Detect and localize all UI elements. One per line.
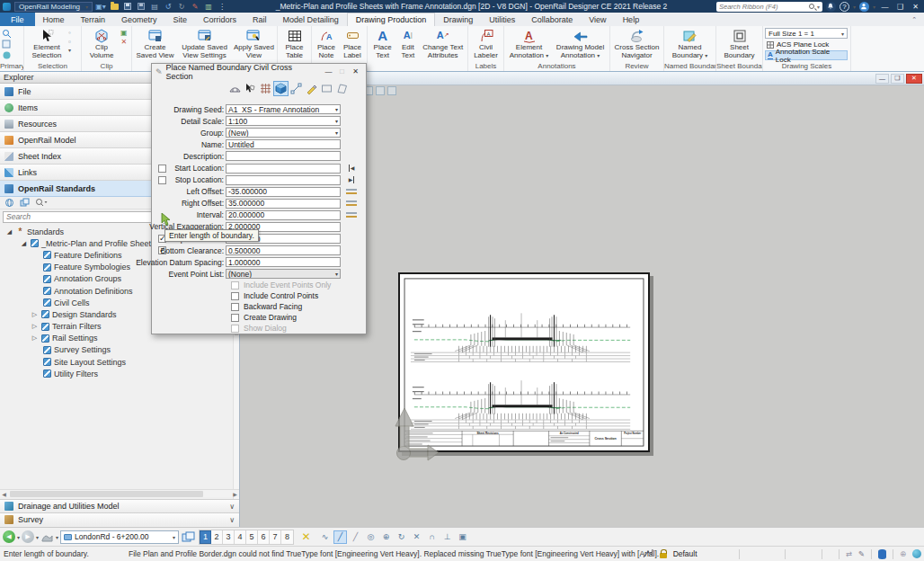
tab-model-detailing[interactable]: Model Detailing bbox=[275, 13, 347, 26]
edit-text-button[interactable]: A| Edit Text bbox=[396, 27, 419, 62]
snap-tangent-icon[interactable]: ∩ bbox=[425, 530, 439, 544]
snap-midpoint-icon[interactable]: ╱ bbox=[349, 530, 362, 544]
place-text-button[interactable]: A Place Text bbox=[369, 27, 395, 62]
database-icon[interactable] bbox=[878, 549, 886, 559]
more-commands-button[interactable]: ⋮ bbox=[218, 3, 227, 11]
save-button[interactable] bbox=[123, 3, 132, 11]
cross-section-navigator-button[interactable]: Cross Section Navigator bbox=[612, 27, 662, 62]
view-tool-icon[interactable] bbox=[376, 86, 385, 95]
ribbon-search-input[interactable] bbox=[719, 3, 806, 11]
snap-intersection-icon[interactable]: ✕ bbox=[410, 530, 423, 544]
mode-civil-cross-section-2-points-icon[interactable] bbox=[273, 81, 289, 96]
stop-location-field[interactable] bbox=[228, 175, 338, 184]
properties-icon[interactable] bbox=[2, 40, 12, 49]
close-window-button[interactable]: ✕ bbox=[910, 3, 921, 11]
change-tracking-icon[interactable]: ⇄ bbox=[846, 549, 852, 558]
explorer-section-drainage[interactable]: Drainage and Utilities Model ∨ bbox=[0, 499, 239, 512]
event-point-list-select[interactable]: (None)▾ bbox=[226, 269, 341, 279]
chevron-down-icon[interactable]: ▾ bbox=[17, 534, 20, 540]
cancel-x-icon[interactable]: ✕ bbox=[298, 530, 314, 544]
chevron-down-icon[interactable]: ▾ bbox=[36, 534, 39, 540]
tree-item-utility-filters[interactable]: Utility Filters bbox=[2, 368, 239, 379]
connection-status-icon[interactable] bbox=[912, 549, 921, 558]
backward-facing-checkbox[interactable] bbox=[231, 303, 239, 311]
lock-icon[interactable] bbox=[660, 553, 667, 558]
tab-drawing[interactable]: Drawing bbox=[435, 13, 481, 26]
description-field[interactable] bbox=[228, 152, 338, 161]
clip-volume-button[interactable]: Clip Volume bbox=[84, 27, 120, 62]
civil-labeler-button[interactable]: A Civil Labeler bbox=[470, 27, 502, 62]
settings-gear-icon[interactable]: ⊕ bbox=[900, 549, 906, 558]
print-button[interactable]: ▥ bbox=[204, 3, 213, 11]
view-toggle-4[interactable]: 4 bbox=[235, 530, 246, 544]
snap-keypoint-icon[interactable]: ╱ bbox=[333, 530, 347, 544]
mode-from-drawing-boundary-icon[interactable] bbox=[289, 81, 304, 96]
forward-button[interactable]: ▶ bbox=[22, 530, 34, 543]
view-toggle-2[interactable]: 2 bbox=[211, 530, 223, 544]
tree-horizontal-scrollbar[interactable]: ◀ ▶ bbox=[0, 489, 239, 497]
mode-by-polygon-icon[interactable] bbox=[334, 81, 350, 96]
tree-item-survey-settings[interactable]: Survey Settings bbox=[2, 344, 239, 356]
clip-mask-icon[interactable]: ▣ bbox=[120, 29, 128, 37]
explorer-section-survey[interactable]: Survey ∨ bbox=[0, 512, 239, 526]
layers-icon[interactable] bbox=[20, 198, 30, 208]
attach-tools-icon[interactable] bbox=[2, 50, 12, 60]
view-toggle-5[interactable]: 5 bbox=[246, 530, 258, 544]
tab-site[interactable]: Site bbox=[165, 13, 196, 26]
view-toggle-6[interactable]: 6 bbox=[258, 530, 270, 544]
pick-start-icon[interactable]: ◀ bbox=[349, 165, 355, 172]
include-control-points-checkbox[interactable] bbox=[231, 292, 239, 300]
ribbon-search-box[interactable]: ▾ bbox=[716, 2, 822, 12]
back-button[interactable]: ◀ bbox=[3, 530, 15, 543]
snap-multisnap-icon[interactable]: ▣ bbox=[456, 530, 469, 544]
offset-picker-icon[interactable] bbox=[346, 200, 357, 206]
user-avatar[interactable] bbox=[859, 2, 869, 12]
view-toggle-8[interactable]: 8 bbox=[281, 530, 293, 544]
mode-civil-plan-icon[interactable] bbox=[227, 81, 243, 96]
expanded-arrow-icon[interactable]: ◢ bbox=[20, 240, 28, 247]
start-location-checkbox[interactable] bbox=[158, 165, 166, 173]
update-saved-view-button[interactable]: Update Saved View Settings bbox=[177, 27, 232, 62]
fence-tool-icon[interactable]: ◦ bbox=[68, 29, 71, 37]
view-toggle-1[interactable]: 1 bbox=[200, 530, 211, 544]
left-offset-field[interactable] bbox=[228, 187, 338, 196]
active-feature-icon[interactable] bbox=[643, 548, 653, 560]
drawing-scale-select[interactable]: Full Size 1 = 1 ▾ bbox=[765, 28, 848, 39]
active-level-label[interactable]: Default bbox=[673, 549, 733, 558]
redo-button[interactable]: ↻ bbox=[177, 3, 186, 11]
restore-window-button[interactable]: ❑ bbox=[894, 3, 906, 11]
create-drawing-checkbox[interactable] bbox=[231, 314, 239, 322]
notifications-bell-icon[interactable] bbox=[826, 2, 836, 12]
collapsed-arrow-icon[interactable]: ▷ bbox=[31, 334, 39, 342]
tab-drawing-production[interactable]: Drawing Production bbox=[347, 13, 436, 26]
dialog-minimize-button[interactable]: — bbox=[322, 66, 335, 77]
group-select[interactable]: (New)▾ bbox=[226, 128, 341, 138]
save-settings-button[interactable] bbox=[137, 3, 146, 11]
snap-perpendicular-icon[interactable]: ⊥ bbox=[440, 530, 454, 544]
place-named-boundary-dialog[interactable]: ✎ Place Named Boundary Civil Cross Secti… bbox=[151, 63, 367, 334]
view-groups-icon[interactable] bbox=[181, 530, 197, 544]
expanded-arrow-icon[interactable]: ◢ bbox=[5, 228, 13, 236]
undo-button[interactable]: ↺ bbox=[164, 3, 173, 11]
name-field[interactable] bbox=[228, 140, 338, 149]
markup-pen-icon[interactable]: ✎ bbox=[858, 549, 865, 558]
dialog-close-button[interactable]: ✕ bbox=[349, 66, 362, 77]
tab-home[interactable]: Home bbox=[35, 13, 73, 26]
file-type-icon[interactable]: ▣▾ bbox=[96, 3, 105, 11]
collapsed-arrow-icon[interactable]: ▷ bbox=[31, 323, 39, 330]
workflow-selector[interactable]: OpenRail Modeling ▾ bbox=[14, 2, 93, 12]
element-annotation-button[interactable]: A Element Annotation ▾ bbox=[506, 27, 552, 62]
tab-rail[interactable]: Rail bbox=[244, 13, 275, 26]
search-tool-icon[interactable] bbox=[2, 29, 12, 39]
tab-help[interactable]: Help bbox=[615, 13, 648, 26]
bottom-clearance-field[interactable] bbox=[228, 246, 338, 255]
chevron-down-icon[interactable]: ▾ bbox=[68, 47, 71, 53]
interval-field[interactable] bbox=[228, 210, 338, 219]
mode-civil-profile-icon[interactable] bbox=[243, 81, 258, 96]
snap-bisector-icon[interactable]: ↻ bbox=[395, 530, 408, 544]
snap-nearest-icon[interactable]: ∿ bbox=[318, 530, 332, 544]
right-offset-field[interactable] bbox=[228, 199, 338, 208]
snap-origin-icon[interactable]: ⊕ bbox=[379, 530, 393, 544]
interval-picker-icon[interactable] bbox=[346, 212, 357, 218]
view-close-button[interactable]: ✕ bbox=[906, 74, 922, 84]
